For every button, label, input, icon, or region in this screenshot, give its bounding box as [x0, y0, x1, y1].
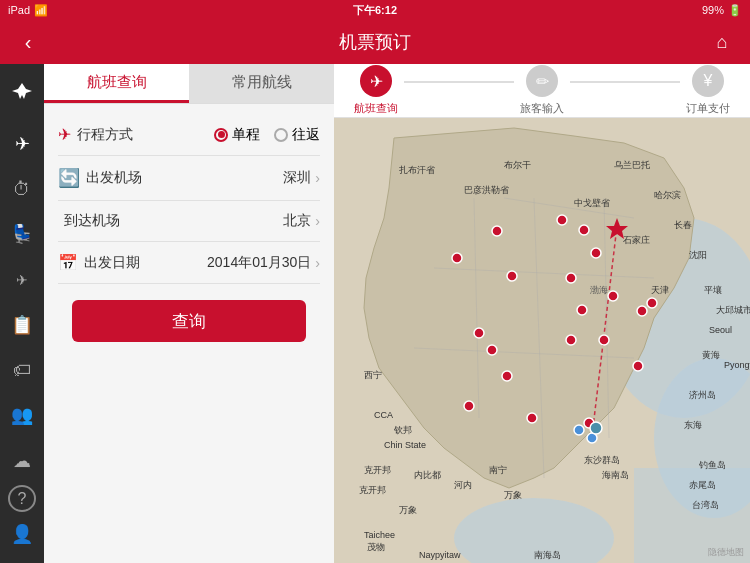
- sidebar-item-logo[interactable]: [2, 72, 42, 113]
- date-row[interactable]: 📅 出发日期 2014年01月30日 ›: [58, 242, 320, 284]
- battery-icon: 🔋: [728, 4, 742, 17]
- date-arrow: ›: [315, 255, 320, 271]
- city-dot-guiyang: [502, 371, 512, 381]
- svg-text:南宁: 南宁: [489, 465, 507, 475]
- svg-text:大邱城市: 大邱城市: [716, 305, 750, 315]
- carrier-label: iPad: [8, 4, 30, 16]
- arrival-value[interactable]: 北京 ›: [138, 212, 320, 230]
- progress-icon-payment: ¥: [692, 65, 724, 97]
- sidebar-item-help[interactable]: ?: [8, 485, 36, 512]
- svg-text:乌兰巴托: 乌兰巴托: [614, 160, 650, 170]
- departure-arrow: ›: [315, 170, 320, 186]
- svg-text:哈尔滨: 哈尔滨: [654, 190, 681, 200]
- svg-text:Naypyitaw: Naypyitaw: [419, 550, 461, 560]
- date-value[interactable]: 2014年01月30日 ›: [140, 254, 320, 272]
- sidebar-item-schedule[interactable]: ⏱: [2, 169, 42, 210]
- sidebar-item-mileage[interactable]: 🏷: [2, 350, 42, 391]
- city-dot-lanzhou: [452, 253, 462, 263]
- svg-text:河内: 河内: [454, 480, 472, 490]
- progress-icon-passenger: ✏: [526, 65, 558, 97]
- svg-text:黄海: 黄海: [702, 350, 720, 360]
- departure-value[interactable]: 深圳 ›: [142, 169, 320, 187]
- date-label: 📅 出发日期: [58, 253, 140, 272]
- city-dot-taiyuan: [557, 215, 567, 225]
- radio-group: 单程 往返: [214, 126, 320, 144]
- left-panel: 航班查询 常用航线 ✈ 行程方式 单程: [44, 64, 334, 563]
- svg-text:扎布汗省: 扎布汗省: [399, 165, 435, 175]
- trip-type-label: ✈ 行程方式: [58, 125, 138, 144]
- progress-bar: ✈ 航班查询 ✏ 旅客输入 ¥ 订单支付: [334, 64, 750, 118]
- svg-text:钓鱼岛: 钓鱼岛: [698, 460, 726, 470]
- status-bar: iPad 📶 下午6:12 99% 🔋: [0, 0, 750, 20]
- svg-text:平壤: 平壤: [704, 285, 722, 295]
- map-watermark: 隐德地图: [708, 546, 744, 559]
- status-right: 99% 🔋: [702, 4, 742, 17]
- radio-roundtrip[interactable]: 往返: [274, 126, 320, 144]
- svg-text:天津: 天津: [651, 285, 669, 295]
- svg-text:克开邦: 克开邦: [364, 465, 391, 475]
- svg-text:CCA: CCA: [374, 410, 393, 420]
- sidebar-item-profile[interactable]: 👤: [2, 514, 42, 555]
- city-dot-kunming: [464, 401, 474, 411]
- svg-text:茂物: 茂物: [367, 542, 385, 552]
- battery-label: 99%: [702, 4, 724, 16]
- query-button[interactable]: 查询: [72, 300, 306, 342]
- svg-text:东海: 东海: [684, 420, 702, 430]
- city-dot-shijiazhuang: [579, 225, 589, 235]
- progress-label-passenger: 旅客输入: [520, 101, 564, 116]
- svg-text:西宁: 西宁: [364, 370, 382, 380]
- svg-text:济州岛: 济州岛: [689, 390, 716, 400]
- svg-text:石家庄: 石家庄: [623, 235, 650, 245]
- svg-text:Taichee: Taichee: [364, 530, 395, 540]
- departure-label: 🔄 出发机场: [58, 167, 142, 189]
- sidebar-item-orders[interactable]: 📋: [2, 304, 42, 345]
- departure-icon: 🔄: [58, 167, 80, 189]
- back-button[interactable]: ‹: [10, 24, 46, 60]
- tab-common-routes[interactable]: 常用航线: [189, 64, 334, 103]
- sidebar-item-cloud[interactable]: ☁: [2, 440, 42, 481]
- svg-text:内比都: 内比都: [414, 470, 441, 480]
- progress-connector-1: [404, 81, 514, 83]
- svg-text:渤海: 渤海: [590, 285, 608, 295]
- radio-oneway[interactable]: 单程: [214, 126, 260, 144]
- svg-text:台湾岛: 台湾岛: [692, 500, 719, 510]
- city-dot-zhengzhou: [566, 273, 576, 283]
- page-title: 机票预订: [339, 30, 411, 54]
- svg-text:万象: 万象: [504, 490, 522, 500]
- svg-text:巴彦洪勒省: 巴彦洪勒省: [464, 185, 509, 195]
- svg-text:东沙群岛: 东沙群岛: [584, 455, 620, 465]
- sidebar-item-seat[interactable]: 💺: [2, 214, 42, 255]
- svg-text:沈阳: 沈阳: [689, 250, 707, 260]
- city-dot-fuzhou: [633, 361, 643, 371]
- trip-type-icon: ✈: [58, 125, 71, 144]
- form-area: ✈ 行程方式 单程 往返 🔄 出发: [44, 104, 334, 563]
- sidebar-nav: ✈ ⏱ 💺 ✈︎ 📋 🏷 👥 ☁ ? 👤: [0, 64, 44, 563]
- city-dot-yinchuan: [492, 226, 502, 236]
- tab-bar: 航班查询 常用航线: [44, 64, 334, 104]
- map-panel: ✈ 航班查询 ✏ 旅客输入 ¥ 订单支付: [334, 64, 750, 563]
- city-dot-nanchang: [599, 335, 609, 345]
- date-icon: 📅: [58, 253, 78, 272]
- departure-row[interactable]: 🔄 出发机场 深圳 ›: [58, 156, 320, 201]
- progress-step-1: ✈ 航班查询: [354, 65, 398, 116]
- status-time: 下午6:12: [353, 3, 397, 18]
- arrival-label: 到达机场: [58, 212, 138, 230]
- arrival-arrow: ›: [315, 213, 320, 229]
- city-dot-jinan: [591, 248, 601, 258]
- sidebar-item-members[interactable]: 👥: [2, 395, 42, 436]
- city-dot-chengdu: [474, 328, 484, 338]
- city-dot-chongqing: [487, 345, 497, 355]
- sidebar-item-depart[interactable]: ✈︎: [2, 259, 42, 300]
- main-layout: ✈ ⏱ 💺 ✈︎ 📋 🏷 👥 ☁ ? 👤 航班查询 常用航线 ✈ 行: [0, 64, 750, 563]
- progress-step-2: ✏ 旅客输入: [520, 65, 564, 116]
- city-dot-hefei: [608, 291, 618, 301]
- tab-flight-query[interactable]: 航班查询: [44, 64, 189, 103]
- svg-text:南海岛: 南海岛: [534, 550, 561, 560]
- home-button[interactable]: ⌂: [704, 24, 740, 60]
- radio-roundtrip-dot: [274, 128, 288, 142]
- svg-text:中戈壁省: 中戈壁省: [574, 198, 610, 208]
- arrival-row[interactable]: 到达机场 北京 ›: [58, 201, 320, 242]
- city-dot-hangzhou: [637, 306, 647, 316]
- city-dot-changsha: [566, 335, 576, 345]
- sidebar-item-flight[interactable]: ✈: [2, 123, 42, 164]
